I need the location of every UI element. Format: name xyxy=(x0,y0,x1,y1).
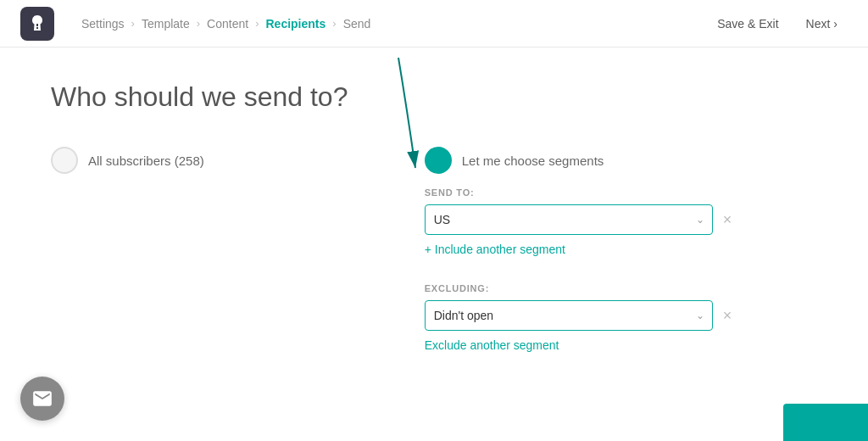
breadcrumb-send[interactable]: Send xyxy=(343,17,371,31)
excluding-select[interactable]: Didn't open Bounced Unsubscribed Complai… xyxy=(425,300,713,331)
mail-fab-button[interactable] xyxy=(20,377,64,421)
choose-segments-header: Let me choose segments xyxy=(425,147,736,174)
include-segment-link[interactable]: + Include another segment xyxy=(425,243,565,256)
next-fab-button[interactable] xyxy=(783,404,868,441)
breadcrumb-settings[interactable]: Settings xyxy=(81,17,125,31)
send-to-select[interactable]: US UK Canada Australia Europe xyxy=(425,204,713,235)
excluding-section: EXCLUDING: Didn't open Bounced Unsubscri… xyxy=(425,283,736,372)
choose-segments-option: Let me choose segments SEND TO: US UK Ca… xyxy=(425,147,736,372)
next-button[interactable]: Next › xyxy=(796,12,848,36)
send-to-close-button[interactable]: × xyxy=(720,212,736,227)
excluding-label: EXCLUDING: xyxy=(425,283,736,293)
logo-icon xyxy=(27,14,47,34)
breadcrumb-template[interactable]: Template xyxy=(142,17,190,31)
page-title: Who should we send to? xyxy=(51,81,817,113)
send-to-select-wrapper: US UK Canada Australia Europe ⌄ xyxy=(425,204,713,235)
options-row: All subscribers (258) Let me choose segm… xyxy=(51,147,817,372)
excluding-select-wrapper: Didn't open Bounced Unsubscribed Complai… xyxy=(425,300,713,331)
breadcrumb: Settings › Template › Content › Recipien… xyxy=(81,17,707,31)
chevron-icon-1: › xyxy=(131,17,135,30)
choose-segments-radio[interactable] xyxy=(425,147,452,174)
mail-icon xyxy=(31,388,53,410)
choose-segments-label: Let me choose segments xyxy=(462,154,604,168)
all-subscribers-option[interactable]: All subscribers (258) xyxy=(51,147,204,174)
send-to-row: US UK Canada Australia Europe ⌄ × xyxy=(425,204,736,235)
send-to-section: SEND TO: US UK Canada Australia Europe ⌄… xyxy=(425,187,736,276)
app-logo[interactable] xyxy=(20,7,54,41)
all-subscribers-radio[interactable] xyxy=(51,147,78,174)
send-to-label: SEND TO: xyxy=(425,187,736,198)
save-exit-button[interactable]: Save & Exit xyxy=(707,12,788,36)
breadcrumb-recipients[interactable]: Recipients xyxy=(265,17,326,31)
next-chevron-icon: › xyxy=(833,17,837,31)
breadcrumb-content[interactable]: Content xyxy=(207,17,248,31)
header-actions: Save & Exit Next › xyxy=(707,12,848,36)
chevron-icon-2: › xyxy=(197,17,200,30)
excluding-row: Didn't open Bounced Unsubscribed Complai… xyxy=(425,300,736,331)
chevron-icon-3: › xyxy=(255,17,259,30)
chevron-icon-4: › xyxy=(332,17,336,30)
header: Settings › Template › Content › Recipien… xyxy=(0,0,868,47)
excluding-close-button[interactable]: × xyxy=(720,308,736,323)
exclude-segment-link[interactable]: Exclude another segment xyxy=(425,338,559,352)
all-subscribers-label: All subscribers (258) xyxy=(88,154,204,168)
main-content: Who should we send to? All subscribers (… xyxy=(0,47,868,406)
